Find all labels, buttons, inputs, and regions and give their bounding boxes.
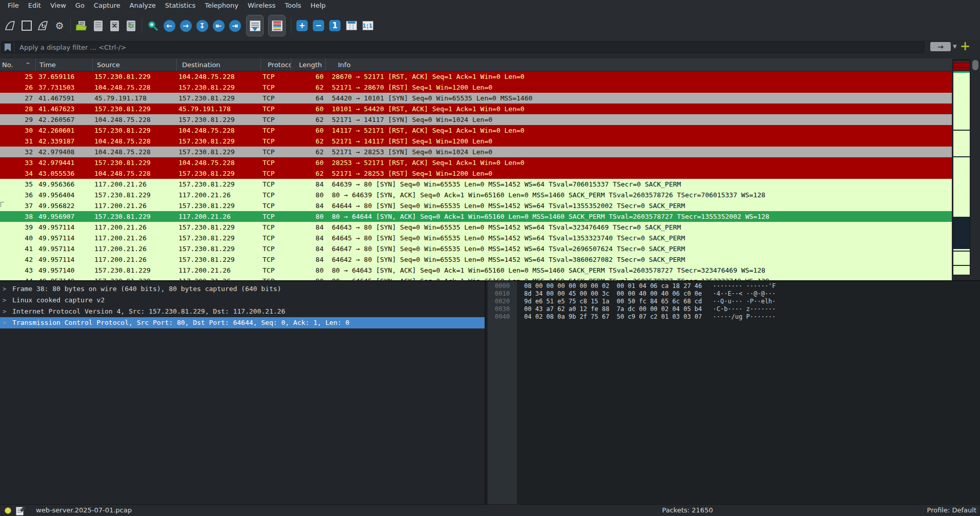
packet-row[interactable]: 4349.957140157.230.81.229117.200.21.26TC… — [0, 265, 952, 276]
restart-capture-button[interactable]: ↻ — [35, 14, 51, 37]
filter-apply-button[interactable]: → — [930, 42, 951, 51]
hex-row[interactable]: 00108d 34 00 00 45 00 00 3c 00 00 40 00 … — [486, 290, 980, 298]
packet-row[interactable]: 3042.260601157.230.81.229104.248.75.228T… — [0, 125, 952, 136]
find-packet-button[interactable] — [145, 14, 161, 37]
go-forward-button[interactable]: → — [178, 14, 193, 37]
intelligent-scrollbar-minimap[interactable] — [953, 59, 970, 275]
hex-ascii[interactable]: ··Q·u··· ·P··elh· — [713, 298, 776, 305]
menu-tools[interactable]: Tools — [280, 0, 306, 11]
open-file-button[interactable] — [74, 14, 89, 37]
menu-help[interactable]: Help — [306, 0, 330, 11]
column-header-info[interactable]: Info — [326, 58, 952, 71]
column-header-no[interactable]: No.^ — [0, 58, 36, 71]
detail-line[interactable]: >Transmission Control Protocol, Src Port… — [0, 317, 485, 328]
filter-bookmark-icon[interactable] — [5, 44, 11, 51]
menu-capture[interactable]: Capture — [89, 0, 125, 11]
minimap-segment — [953, 217, 970, 249]
filter-add-button[interactable]: + — [960, 39, 970, 53]
close-file-button[interactable]: ✕ — [107, 14, 122, 37]
go-first-packet-button[interactable]: ⇤ — [211, 14, 226, 37]
menu-analyze[interactable]: Analyze — [125, 0, 161, 11]
packet-row[interactable]: 3649.956404157.230.81.229117.200.21.26TC… — [0, 190, 952, 200]
detail-line[interactable]: >Frame 38: 80 bytes on wire (640 bits), … — [0, 283, 485, 295]
filter-history-caret-icon[interactable]: ▼ — [953, 44, 957, 49]
column-header-protocol[interactable]: Protocol — [261, 58, 291, 71]
expert-info-icon[interactable] — [5, 507, 11, 514]
packet-row[interactable]: 3749.956822117.200.21.26157.230.81.229TC… — [0, 200, 952, 211]
hex-bytes[interactable]: 04 02 08 0a 9b 2f 75 67 50 c9 07 c2 01 0… — [524, 313, 702, 321]
hex-ascii[interactable]: ·····/ug P······· — [713, 313, 776, 321]
packet-row[interactable]: 2741.46759145.79.191.178157.230.81.229TC… — [0, 93, 952, 104]
column-header-time[interactable]: Time — [36, 58, 93, 71]
hex-ascii[interactable]: ·4··E··< ··@·@··· — [713, 290, 776, 298]
hex-bytes[interactable]: 9d e6 51 e5 75 c8 15 1a 00 50 fc 84 65 6… — [524, 298, 702, 305]
stop-capture-button[interactable] — [19, 14, 34, 37]
detail-line[interactable]: >Linux cooked capture v2 — [0, 295, 485, 306]
packet-list-scrollbar[interactable] — [971, 58, 980, 280]
hex-row[interactable]: 00209d e6 51 e5 75 c8 15 1a 00 50 fc 84 … — [486, 298, 980, 305]
menu-file[interactable]: File — [3, 0, 24, 11]
reset-layout-button[interactable]: 1¦1 — [360, 14, 375, 37]
hex-ascii[interactable]: ········ ······'F — [713, 282, 776, 290]
expand-chevron-icon[interactable]: > — [3, 295, 6, 306]
packet-row[interactable]: 3849.956907157.230.81.229117.200.21.26TC… — [0, 211, 952, 222]
capture-filename: web-server.2025-07-01.pcap — [36, 506, 132, 514]
cell-time: 49.957114 — [36, 222, 93, 233]
hex-bytes[interactable]: 8d 34 00 00 45 00 00 3c 00 00 40 00 40 0… — [524, 290, 702, 298]
capture-comment-icon[interactable] — [16, 507, 24, 515]
reload-file-button[interactable]: ↻ — [123, 14, 138, 37]
cell-proto: TCP — [261, 254, 291, 265]
column-header-destination[interactable]: Destination — [177, 58, 261, 71]
hex-row[interactable]: 003000 43 a7 62 a0 12 fe 88 7a dc 00 00 … — [486, 305, 980, 313]
expand-chevron-icon[interactable]: > — [3, 317, 6, 328]
hex-bytes[interactable]: 00 43 a7 62 a0 12 fe 88 7a dc 00 00 02 0… — [524, 305, 702, 313]
column-header-length[interactable]: Length — [291, 58, 326, 71]
menu-view[interactable]: View — [46, 0, 71, 11]
hex-ascii[interactable]: ·C·b···· z······· — [713, 305, 776, 313]
resize-columns-button[interactable] — [344, 14, 359, 37]
packet-row[interactable]: 2637.731503104.248.75.228157.230.81.229T… — [0, 82, 952, 93]
packet-row[interactable]: 3242.979408104.248.75.228157.230.81.229T… — [0, 147, 952, 157]
auto-scroll-button[interactable] — [246, 15, 264, 36]
display-filter-input[interactable]: Apply a display filter ... <Ctrl-/> — [2, 42, 924, 53]
go-last-packet-button[interactable]: ⇥ — [227, 14, 243, 37]
menu-edit[interactable]: Edit — [24, 0, 46, 11]
scrollbar-thumb[interactable] — [972, 60, 978, 70]
normal-size-button[interactable]: 1 — [327, 14, 343, 37]
packet-row[interactable]: 2841.467623157.230.81.22945.79.191.178TC… — [0, 104, 952, 114]
menu-go[interactable]: Go — [71, 0, 89, 11]
save-file-button[interactable] — [90, 14, 106, 37]
zoom-out-button[interactable]: − — [311, 14, 326, 37]
profile-label[interactable]: Profile: Default — [927, 506, 976, 514]
go-back-button[interactable]: ← — [162, 14, 177, 37]
packet-row[interactable]: 4049.957114117.200.21.26157.230.81.229TC… — [0, 233, 952, 243]
expand-chevron-icon[interactable]: > — [3, 306, 6, 317]
expand-chevron-icon[interactable]: > — [3, 283, 6, 295]
go-to-packet-button[interactable]: ↧ — [194, 14, 210, 37]
packet-row[interactable]: 3142.339187104.248.75.228157.230.81.229T… — [0, 136, 952, 147]
packet-row[interactable]: 2942.260567104.248.75.228157.230.81.229T… — [0, 114, 952, 125]
menu-statistics[interactable]: Statistics — [161, 0, 200, 11]
packet-row[interactable]: 4449.957140157.230.81.229117.200.21.26TC… — [0, 276, 952, 280]
capture-options-button[interactable]: ⚙ — [52, 14, 67, 37]
packet-row[interactable]: 3342.979441157.230.81.229104.248.75.228T… — [0, 157, 952, 168]
save-file-icon — [94, 20, 103, 31]
detail-line[interactable]: >Internet Protocol Version 4, Src: 157.2… — [0, 306, 485, 317]
hex-row[interactable]: 000008 00 00 00 00 00 00 02 00 01 04 06 … — [486, 282, 980, 290]
menu-wireless[interactable]: Wireless — [243, 0, 280, 11]
column-header-source[interactable]: Source — [93, 58, 177, 71]
start-capture-button[interactable] — [3, 14, 18, 37]
zoom-in-button[interactable]: + — [294, 14, 310, 37]
packet-row[interactable]: 3949.957114117.200.21.26157.230.81.229TC… — [0, 222, 952, 233]
packet-row[interactable]: 3443.055536104.248.75.228157.230.81.229T… — [0, 168, 952, 179]
hex-bytes[interactable]: 08 00 00 00 00 00 00 02 00 01 04 06 ca 1… — [524, 282, 702, 290]
colorize-button[interactable] — [268, 15, 286, 36]
packet-row[interactable]: 3549.956366117.200.21.26157.230.81.229TC… — [0, 179, 952, 190]
hex-row[interactable]: 004004 02 08 0a 9b 2f 75 67 50 c9 07 c2 … — [486, 313, 980, 321]
packet-row[interactable]: 4149.957114117.200.21.26157.230.81.229TC… — [0, 243, 952, 254]
cell-dst: 157.230.81.229 — [177, 179, 261, 190]
packet-row[interactable]: 4249.957114117.200.21.26157.230.81.229TC… — [0, 254, 952, 265]
filter-separator — [14, 43, 14, 52]
menu-telephony[interactable]: Telephony — [200, 0, 243, 11]
packet-row[interactable]: 2537.659116157.230.81.229104.248.75.228T… — [0, 71, 952, 82]
